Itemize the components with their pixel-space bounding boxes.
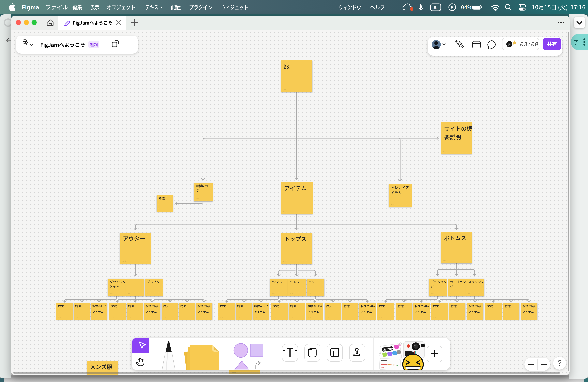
svg-text:Figma: Figma: [21, 4, 39, 11]
svg-text:♪: ♪: [508, 42, 510, 46]
svg-text:A: A: [433, 5, 437, 10]
svg-text:94%: 94%: [461, 4, 472, 11]
svg-text:03:00: 03:00: [520, 41, 538, 48]
